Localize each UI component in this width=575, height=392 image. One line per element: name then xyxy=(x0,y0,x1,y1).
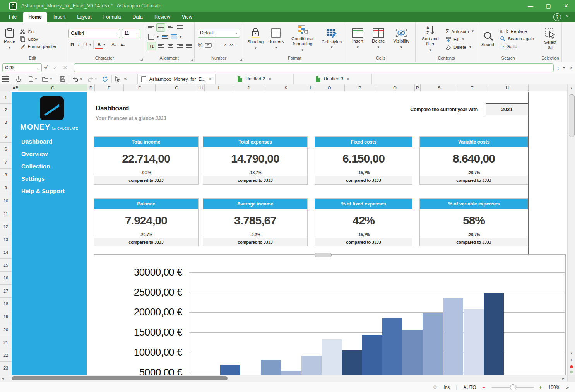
collapse-ribbon-icon[interactable]: ⌃ xyxy=(565,15,569,20)
remove-decimal-button[interactable]: .00→ xyxy=(229,43,237,47)
expand-formula-bar-icon[interactable]: ↕ xyxy=(557,65,560,71)
conditional-formatting-button[interactable]: Conditional formatting▼ xyxy=(286,24,319,53)
row-header-11[interactable]: 11 xyxy=(0,207,12,220)
row-header-10[interactable]: 10 xyxy=(0,194,12,207)
calc-mode-indicator[interactable]: AUTO xyxy=(463,385,476,390)
chevron-down-icon[interactable]: ▼ xyxy=(179,35,182,39)
minimize-button[interactable]: — xyxy=(522,0,539,12)
save-icon[interactable] xyxy=(58,74,68,84)
marker-icon[interactable] xyxy=(570,371,573,373)
column-header-E[interactable]: E xyxy=(95,84,124,91)
border-style-button[interactable] xyxy=(147,33,155,41)
chevron-down-icon[interactable]: ▼ xyxy=(562,66,565,70)
cursor-mode-icon[interactable] xyxy=(113,74,122,84)
add-decimal-button[interactable]: ←.0 xyxy=(220,43,226,47)
column-header-J[interactable]: J xyxy=(233,84,264,91)
justify-button[interactable] xyxy=(185,42,193,50)
grow-font-button[interactable]: A+ xyxy=(110,41,118,48)
sheet-tab-2[interactable]: Untitled 2✕ xyxy=(216,74,294,84)
visibility-button[interactable]: Visibility▼ xyxy=(391,27,412,51)
sidebar-item-overview[interactable]: Overview xyxy=(21,151,48,157)
column-header-U[interactable]: U xyxy=(486,84,529,91)
new-document-icon[interactable]: ▼ xyxy=(26,74,40,84)
scroll-down-icon[interactable]: ▼ xyxy=(568,351,575,355)
align-top-button[interactable] xyxy=(147,23,155,31)
formula-input[interactable] xyxy=(74,63,554,72)
dialog-launcher-icon[interactable] xyxy=(140,58,143,61)
menu-item-insert[interactable]: Insert xyxy=(48,12,70,22)
refresh-icon[interactable] xyxy=(100,74,110,84)
align-middle-button[interactable] xyxy=(156,23,165,32)
sync-icon[interactable]: ⟳ xyxy=(433,384,437,390)
percent-button[interactable]: % xyxy=(198,42,202,48)
select-all-corner[interactable] xyxy=(0,84,12,91)
cut-button[interactable]: Cut xyxy=(20,29,56,34)
menu-item-layout[interactable]: Layout xyxy=(72,12,97,22)
copy-button[interactable]: Copy xyxy=(20,36,56,42)
redo-icon[interactable]: ▼ xyxy=(85,74,100,84)
scroll-right-icon[interactable]: ▸ xyxy=(562,376,564,380)
number-format-select[interactable]: Default⌄ xyxy=(198,29,240,38)
align-center-button[interactable] xyxy=(166,42,175,50)
row-header-23[interactable]: 23 xyxy=(0,362,12,375)
currency-icon[interactable] xyxy=(205,43,212,48)
font-size-select[interactable]: 11⌄ xyxy=(122,29,140,38)
font-color-button[interactable]: A xyxy=(95,41,103,49)
column-header-K[interactable]: K xyxy=(264,84,308,91)
wrap-text-button[interactable] xyxy=(161,33,169,41)
horizontal-scroll-thumb[interactable] xyxy=(12,376,228,380)
undo-icon[interactable]: ▼ xyxy=(70,74,85,84)
touch-mode-icon[interactable] xyxy=(14,74,24,84)
goto-button[interactable]: ⇒ Go to xyxy=(500,44,534,49)
delete-cells-button[interactable]: Delete▼ xyxy=(370,27,387,51)
align-left-button[interactable] xyxy=(157,42,165,50)
row-header-7[interactable]: 7 xyxy=(0,156,12,169)
horizontal-scrollbar[interactable]: ◂ ▸ xyxy=(0,375,567,382)
row-header-1[interactable]: 1 xyxy=(0,91,12,104)
column-header-P[interactable]: P xyxy=(345,84,375,91)
column-header-O[interactable]: O xyxy=(314,84,345,91)
row-header-2[interactable]: 2 xyxy=(0,104,12,116)
cell-styles-button[interactable]: Cell styles ▼ xyxy=(319,27,344,51)
bar-chart[interactable]: 30000,00 €25000,00 €20000,00 €15000,00 €… xyxy=(94,254,566,382)
sidebar-item-help-support[interactable]: Help & Support xyxy=(21,188,65,194)
chevron-down-icon[interactable]: ▼ xyxy=(156,35,159,39)
replace-button[interactable]: a→b Replace xyxy=(500,29,534,34)
align-right-button[interactable] xyxy=(176,42,184,50)
column-header-R[interactable]: R xyxy=(415,84,421,91)
menu-item-home[interactable]: Home xyxy=(23,12,47,22)
delete-contents-button[interactable]: Delete▼ xyxy=(446,45,474,50)
sheet-area[interactable]: 123567891011121314151617181920212223 MON… xyxy=(0,91,567,382)
merge-cells-button[interactable] xyxy=(170,33,178,41)
dialog-launcher-icon[interactable] xyxy=(191,58,193,61)
column-header-blank[interactable] xyxy=(529,84,568,91)
vertical-scrollbar[interactable]: ▲ ▼ ▮ xyxy=(567,84,575,382)
shading-button[interactable]: Shading▼ xyxy=(245,27,266,51)
scroll-up-icon[interactable]: ▲ xyxy=(568,86,575,90)
dialog-launcher-icon[interactable] xyxy=(240,58,242,61)
zoom-slider-thumb[interactable] xyxy=(510,384,516,390)
sidebar-item-settings[interactable]: Settings xyxy=(21,175,45,182)
sidebar-item-collection[interactable]: Collection xyxy=(21,163,50,169)
close-tab-icon[interactable]: ✕ xyxy=(209,77,212,82)
chevron-down-icon[interactable]: ▼ xyxy=(89,43,92,46)
accept-icon[interactable]: ✓ xyxy=(53,65,58,71)
column-header-H[interactable]: H xyxy=(198,84,205,91)
column-header-Q[interactable]: Q xyxy=(375,84,415,91)
cell-reference-box[interactable]: C29⌄ xyxy=(2,63,42,72)
close-tab-icon[interactable]: ✕ xyxy=(346,77,350,82)
autosum-button[interactable]: Σ Autosum▼ xyxy=(446,28,474,34)
align-bottom-button[interactable] xyxy=(166,23,175,31)
select-all-button[interactable]: Select all xyxy=(541,27,560,51)
search-again-button[interactable]: Search again xyxy=(500,36,534,41)
menu-item-view[interactable]: View xyxy=(177,12,197,22)
vertical-scroll-thumb[interactable] xyxy=(569,94,575,137)
row-header-16[interactable]: 16 xyxy=(0,272,12,284)
more-icon[interactable]: » xyxy=(569,65,572,70)
format-painter-button[interactable]: Format painter xyxy=(20,44,56,49)
font-name-select[interactable]: Calibri⌄ xyxy=(68,29,120,38)
insert-cells-button[interactable]: Insert▼ xyxy=(350,27,366,51)
row-header-3[interactable]: 3 xyxy=(0,116,12,128)
row-header-13[interactable]: 13 xyxy=(0,233,12,246)
column-header-F[interactable]: F xyxy=(124,84,156,91)
